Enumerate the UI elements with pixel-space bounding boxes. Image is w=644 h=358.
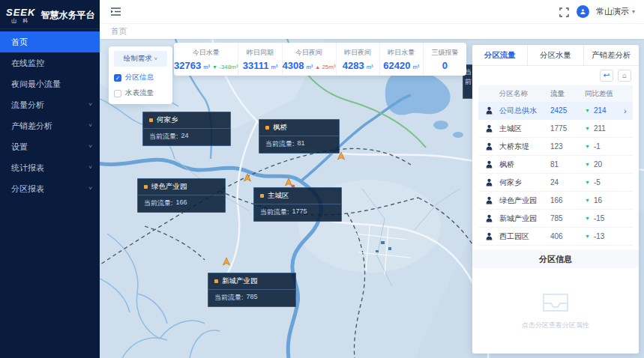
triangle-down-icon: ▼: [585, 198, 590, 203]
sidebar-item-label: 产销差分析: [11, 121, 52, 132]
map-tooltip-green-industrial-park[interactable]: 绿色产业园 当前流量:166: [137, 178, 226, 213]
fullscreen-icon[interactable]: [559, 7, 570, 17]
checkbox-unchecked-icon[interactable]: [114, 90, 121, 97]
empty-state-text: 点击分区查看分区属性: [522, 321, 589, 330]
triangle-down-icon: ▼: [212, 64, 217, 70]
logo-text: SEEK: [6, 7, 35, 17]
caret-down-icon: ▾: [632, 8, 635, 15]
table-row[interactable]: 新城产业园 785 ▼-15: [478, 210, 633, 228]
orange-dot-icon: [149, 118, 153, 122]
table-row[interactable]: 公司总供水 2425 ▼214 ›: [478, 102, 633, 120]
column-yoy-diff: 同比差值: [585, 89, 624, 99]
stat-value: 4308: [283, 60, 304, 71]
zone-info-empty-state: 点击分区查看分区属性: [472, 268, 639, 354]
tab-nrw-analysis[interactable]: 产销差分析: [584, 45, 639, 65]
map-layer-control: 绘制需求 ˅ ✓ 分区信息 水表流量: [109, 46, 172, 104]
orange-dot-icon: [260, 194, 264, 198]
sidebar-item-nrw-analysis[interactable]: 产销差分析˅: [0, 115, 100, 136]
chevron-down-icon: ˅: [88, 144, 92, 149]
caret-down-icon: ˅: [154, 55, 157, 62]
zone-icon: [478, 106, 499, 115]
sidebar-item-statistic-reports[interactable]: 统计报表˅: [0, 157, 100, 178]
table-row[interactable]: 何家乡 24 ▼-5: [478, 174, 633, 192]
user-name: 常山演示: [596, 6, 629, 17]
table-row[interactable]: 主城区 1775 ▼211: [478, 120, 633, 138]
orange-dot-icon: [144, 185, 148, 189]
column-zone-name: 分区名称: [499, 89, 550, 99]
sidebar: SEEK 山 科 智慧水务平台 首页 在线监控 夜间最小流量 流量分析˅ 产销差…: [0, 0, 100, 358]
breadcrumb[interactable]: 首页: [111, 26, 127, 37]
sidebar-item-settings[interactable]: 设置˅: [0, 136, 100, 157]
zone-icon: [478, 160, 499, 169]
stat-label: 昨日夜间: [344, 48, 371, 58]
app-logo: SEEK 山 科 智慧水务平台: [0, 0, 100, 28]
map-tooltip-main-city[interactable]: 主城区 当前流量:1775: [253, 187, 342, 222]
zone-icon: [478, 231, 499, 241]
sidebar-item-label: 夜间最小流量: [11, 79, 61, 90]
stat-label: 昨日同期: [247, 48, 274, 58]
stat-today-volume: 今日水量 32763 m³ ▼ -348m³: [174, 43, 238, 76]
table-row[interactable]: 西工园区 406 ▼-13: [478, 228, 633, 246]
stat-value: 62420: [383, 60, 410, 71]
breadcrumb-bar: 首页: [100, 24, 644, 39]
map-tooltip-fengqiao[interactable]: 枫桥 当前流量:81: [259, 119, 340, 154]
sidebar-item-home[interactable]: 首页: [0, 31, 100, 52]
stat-unit: m³: [367, 64, 373, 70]
zone-icon: [478, 178, 499, 187]
zone-icon: [478, 195, 499, 205]
zone-icon: [478, 142, 499, 151]
zone-icon: [478, 124, 499, 133]
tab-zone-volume[interactable]: 分区水量: [528, 45, 583, 65]
stat-value: 33111: [243, 60, 269, 71]
undo-icon[interactable]: ↩: [600, 70, 613, 82]
stat-unit: m³: [306, 64, 313, 70]
zone-info-section-title: 分区信息: [472, 250, 639, 268]
panel-tabs: 分区流量 分区水量 产销差分析: [472, 45, 639, 66]
triangle-down-icon: ▼: [585, 216, 590, 221]
layer-option-meter-flow[interactable]: 水表流量: [114, 88, 167, 98]
stats-card: 今日水量 32763 m³ ▼ -348m³ 昨日同期 33111m³ 今日夜间…: [174, 43, 466, 76]
triangle-down-icon: ▼: [585, 180, 590, 185]
avatar[interactable]: [577, 5, 589, 18]
sidebar-item-flow-analysis[interactable]: 流量分析˅: [0, 94, 100, 115]
stat-label: 三级报警: [431, 48, 458, 58]
map-tooltip-hejiaxiang[interactable]: 何家乡 当前流量:24: [142, 112, 231, 146]
home-icon[interactable]: ⌂: [618, 70, 631, 82]
map-tooltip-new-city-industrial-park[interactable]: 新城产业园 当前流量:785: [208, 273, 296, 307]
column-flow: 流量: [550, 89, 585, 99]
sidebar-collapse-icon[interactable]: [110, 7, 122, 17]
table-row[interactable]: 大桥东堤 123 ▼-1: [478, 138, 633, 156]
sidebar-item-night-min-flow[interactable]: 夜间最小流量: [0, 73, 100, 94]
product-name: 智慧水务平台: [40, 9, 94, 22]
sidebar-item-zone-reports[interactable]: 分区报表˅: [0, 178, 100, 199]
sidebar-item-label: 在线监控: [11, 58, 44, 69]
sidebar-item-label: 统计报表: [11, 163, 44, 174]
checkbox-checked-icon[interactable]: ✓: [114, 74, 121, 82]
sidebar-item-online-monitoring[interactable]: 在线监控: [0, 52, 100, 73]
table-row[interactable]: 枫桥 81 ▼20: [478, 156, 633, 174]
stat-unit: m³: [203, 64, 210, 70]
stat-unit: m³: [271, 64, 277, 70]
stat-level3-alarm: 三级报警 0: [424, 43, 466, 76]
tab-zone-flow[interactable]: 分区流量: [472, 45, 528, 65]
stat-value: 32763: [174, 60, 201, 71]
triangle-down-icon: ▼: [585, 108, 590, 113]
stat-yesterday-night: 昨日夜间 4283m³: [337, 43, 380, 76]
triangle-down-icon: ▼: [585, 144, 590, 149]
sidebar-item-label: 首页: [11, 37, 28, 48]
empty-inbox-icon: [541, 291, 571, 314]
triangle-down-icon: ▼: [585, 126, 590, 131]
triangle-up-icon: ▲: [315, 64, 320, 70]
user-menu[interactable]: 常山演示 ▾: [596, 6, 635, 17]
layer-option-zone-info[interactable]: ✓ 分区信息: [114, 73, 167, 82]
stat-value: 0: [442, 60, 448, 71]
draw-demand-dropdown[interactable]: 绘制需求 ˅: [114, 51, 167, 67]
sidebar-nav: 首页 在线监控 夜间最小流量 流量分析˅ 产销差分析˅ 设置˅ 统计报表˅ 分区…: [0, 29, 100, 199]
chevron-down-icon: ˅: [88, 102, 92, 107]
stat-label: 今日水量: [193, 48, 220, 58]
stat-delta-down: ▼ -348m³: [212, 64, 238, 70]
sidebar-item-label: 设置: [11, 142, 28, 153]
stat-delta-up: ▲ 25m³: [315, 64, 335, 70]
map-area: 今日水量 32763 m³ ▼ -348m³ 昨日同期 33111m³ 今日夜间…: [100, 39, 644, 358]
table-row[interactable]: 绿色产业园 166 ▼16: [478, 192, 633, 210]
